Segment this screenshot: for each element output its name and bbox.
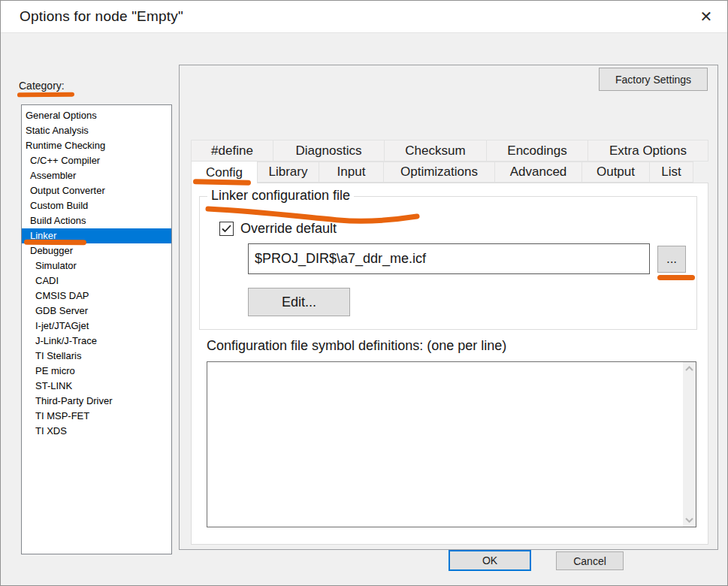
tab-config[interactable]: Config bbox=[191, 161, 258, 183]
chevron-down-icon[interactable] bbox=[685, 518, 693, 523]
ok-button[interactable]: OK bbox=[449, 550, 531, 571]
category-item-pe-micro[interactable]: PE micro bbox=[22, 364, 171, 379]
symbol-definitions-box bbox=[207, 361, 696, 527]
tab-list[interactable]: List bbox=[650, 162, 693, 183]
factory-settings-button[interactable]: Factory Settings bbox=[599, 68, 708, 91]
category-item-ijet-jtagjet[interactable]: I-jet/JTAGjet bbox=[22, 319, 171, 334]
category-item-third-party[interactable]: Third-Party Driver bbox=[22, 394, 171, 409]
category-item-cadi[interactable]: CADI bbox=[22, 273, 171, 288]
tab-extra-options[interactable]: Extra Options bbox=[588, 140, 708, 162]
tab-optimizations[interactable]: Optimizations bbox=[384, 162, 495, 183]
cancel-button[interactable]: Cancel bbox=[556, 551, 624, 570]
tab-row-front: Config Library Input Optimizations Advan… bbox=[191, 162, 693, 183]
category-item-custom-build[interactable]: Custom Build bbox=[22, 198, 171, 213]
category-item-static-analysis[interactable]: Static Analysis bbox=[22, 123, 171, 138]
vertical-scrollbar[interactable] bbox=[683, 362, 696, 527]
category-item-debugger[interactable]: Debugger bbox=[22, 243, 171, 258]
category-list: General Options Static Analysis Runtime … bbox=[21, 104, 172, 554]
tab-diagnostics[interactable]: Diagnostics bbox=[273, 140, 385, 162]
tab-input[interactable]: Input bbox=[319, 162, 384, 183]
tab-checksum[interactable]: Checksum bbox=[385, 140, 487, 162]
category-item-cmsis-dap[interactable]: CMSIS DAP bbox=[22, 288, 171, 304]
category-label: Category: bbox=[19, 80, 65, 92]
override-default-checkbox[interactable] bbox=[219, 222, 234, 236]
tab-library[interactable]: Library bbox=[258, 162, 319, 183]
edit-button[interactable]: Edit... bbox=[248, 288, 350, 316]
category-item-linker[interactable]: Linker bbox=[22, 228, 171, 243]
window-title: Options for node "Empty" bbox=[20, 8, 183, 25]
config-tab-pane: Linker configuration file Override defau… bbox=[191, 183, 708, 545]
title-bar: Options for node "Empty" ✕ bbox=[1, 1, 727, 33]
chevron-up-icon[interactable] bbox=[685, 366, 693, 371]
category-item-st-link[interactable]: ST-LINK bbox=[22, 379, 171, 394]
category-item-ti-xds[interactable]: TI XDS bbox=[22, 424, 171, 439]
symbol-definitions-textarea[interactable] bbox=[207, 362, 682, 527]
category-item-jlink-jtrace[interactable]: J-Link/J-Trace bbox=[22, 334, 171, 349]
linker-config-file-group: Linker configuration file Override defau… bbox=[199, 196, 697, 330]
override-default-checkbox-row[interactable]: Override default bbox=[219, 221, 337, 237]
category-item-output-converter[interactable]: Output Converter bbox=[22, 183, 171, 198]
category-item-build-actions[interactable]: Build Actions bbox=[22, 213, 171, 228]
browse-button[interactable]: ... bbox=[657, 246, 686, 273]
category-item-ti-msp-fet[interactable]: TI MSP-FET bbox=[22, 409, 171, 424]
group-title: Linker configuration file bbox=[207, 188, 354, 204]
annotation-underline-category bbox=[17, 92, 74, 98]
category-item-simulator[interactable]: Simulator bbox=[22, 258, 171, 273]
category-item-ti-stellaris[interactable]: TI Stellaris bbox=[22, 349, 171, 364]
close-button[interactable]: ✕ bbox=[693, 5, 720, 29]
tab-row-back: #define Diagnostics Checksum Encodings E… bbox=[191, 140, 708, 162]
category-item-compiler[interactable]: C/C++ Compiler bbox=[22, 153, 171, 168]
symbol-definitions-label: Configuration file symbol definitions: (… bbox=[207, 338, 506, 354]
category-item-gdb-server[interactable]: GDB Server bbox=[22, 304, 171, 319]
config-file-path-input[interactable] bbox=[248, 243, 650, 274]
override-default-label: Override default bbox=[240, 221, 337, 237]
close-icon: ✕ bbox=[700, 8, 713, 25]
checkmark-icon bbox=[222, 225, 231, 233]
options-panel: Factory Settings #define Diagnostics Che… bbox=[179, 65, 718, 550]
tab-define[interactable]: #define bbox=[191, 140, 273, 162]
tab-encodings[interactable]: Encodings bbox=[487, 140, 588, 162]
category-item-runtime-checking[interactable]: Runtime Checking bbox=[22, 138, 171, 153]
tab-output[interactable]: Output bbox=[582, 162, 650, 183]
category-item-general-options[interactable]: General Options bbox=[22, 108, 171, 123]
tab-advanced[interactable]: Advanced bbox=[495, 162, 582, 183]
category-item-assembler[interactable]: Assembler bbox=[22, 168, 171, 183]
options-dialog: Options for node "Empty" ✕ Category: Gen… bbox=[0, 0, 728, 586]
